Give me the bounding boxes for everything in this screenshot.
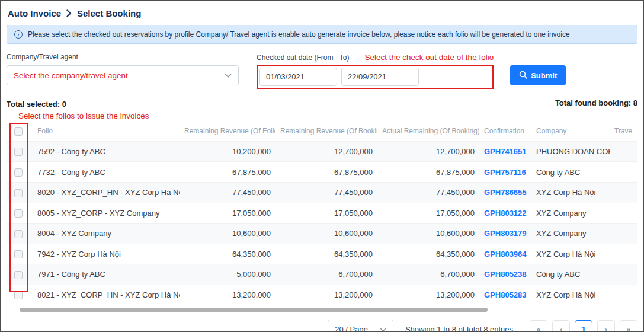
dates-annotation: Select the check out date of the folio bbox=[365, 53, 494, 62]
row-checkbox-cell bbox=[7, 182, 33, 203]
remaining-revenue-folio-cell: 5,000,000 bbox=[180, 264, 275, 285]
table-row[interactable]: 7732 - Công ty ABC 67,875,000 67,875,000… bbox=[7, 162, 637, 183]
table-footer: 20 / Page Showing 1 to 8 of total 8 entr… bbox=[7, 320, 637, 332]
confirmation-link[interactable]: GPH805283 bbox=[484, 290, 527, 299]
actual-remaining-booking-cell: 12,700,000 bbox=[377, 141, 479, 162]
actual-remaining-booking-cell: 17,050,000 bbox=[377, 203, 479, 224]
date-from-input[interactable] bbox=[259, 68, 337, 86]
row-checkbox[interactable] bbox=[14, 291, 23, 299]
summary-left: Total selected: 0 Select the folios to i… bbox=[7, 98, 149, 120]
table-row[interactable]: 7971 - Công ty ABC 5,000,000 6,700,000 6… bbox=[7, 264, 637, 285]
column-header-company: Company bbox=[531, 121, 610, 141]
row-checkbox[interactable] bbox=[14, 271, 23, 279]
horizontal-scrollbar-thumb[interactable] bbox=[20, 308, 488, 312]
info-banner: i Please select the checked out reservat… bbox=[7, 25, 637, 44]
company-cell: XYZ Corp Hà Nội bbox=[531, 182, 610, 203]
folio-cell: 8005 - XYZ_CORP - XYZ Company bbox=[33, 203, 180, 224]
select-all-checkbox[interactable] bbox=[14, 127, 23, 136]
dates-label-row: Checked out date (From - To) Select the … bbox=[257, 53, 494, 62]
prev-page-button[interactable]: ‹ bbox=[552, 320, 570, 332]
remaining-revenue-booking-cell: 77,450,000 bbox=[275, 182, 377, 203]
horizontal-scrollbar-track bbox=[20, 308, 636, 312]
table-row[interactable]: 8021 - XYZ_CORP_HN - XYZ Corp Hà Nội 13,… bbox=[7, 285, 637, 305]
info-banner-text: Please select the checked out reservatio… bbox=[28, 30, 570, 39]
confirmation-link[interactable]: GPH741651 bbox=[484, 147, 527, 156]
column-header-actual-remaining-booking: Actual Remaining (Of Booking) bbox=[377, 121, 479, 141]
actual-remaining-booking-cell: 10,600,000 bbox=[377, 224, 479, 244]
remaining-revenue-folio-cell: 10,200,000 bbox=[180, 141, 275, 162]
booking-table: Folio Remaining Revenue (Of Folio) Remai… bbox=[7, 121, 637, 305]
table-row[interactable]: 7942 - XYZ Corp Hà Nội 64,350,000 64,350… bbox=[7, 244, 637, 264]
current-page-button[interactable]: 1 bbox=[575, 320, 592, 332]
next-page-button[interactable]: › bbox=[597, 320, 615, 332]
confirmation-cell: GPH805283 bbox=[479, 285, 531, 305]
confirmation-link[interactable]: GPH803964 bbox=[484, 250, 527, 258]
breadcrumb: Auto Invoice Select Booking bbox=[7, 7, 637, 25]
date-to-input[interactable] bbox=[341, 68, 419, 86]
table-row[interactable]: 8020 - XYZ_CORP_HN - XYZ Corp Hà Nội 77,… bbox=[7, 182, 637, 203]
column-header-folio: Folio bbox=[33, 121, 180, 141]
column-header-confirmation: Confirmation bbox=[479, 121, 531, 141]
column-header-remaining-revenue-folio: Remaining Revenue (Of Folio) bbox=[180, 121, 275, 141]
actual-remaining-booking-cell: 77,450,000 bbox=[377, 182, 479, 203]
confirmation-link[interactable]: GPH805238 bbox=[484, 270, 527, 279]
row-checkbox[interactable] bbox=[14, 148, 23, 156]
row-checkbox[interactable] bbox=[14, 250, 23, 258]
company-cell: XYZ Corp Hà Nội bbox=[531, 244, 610, 264]
auto-invoice-page: Auto Invoice Select Booking i Please sel… bbox=[0, 0, 644, 332]
row-checkbox[interactable] bbox=[14, 209, 23, 218]
confirmation-cell: GPH803964 bbox=[479, 244, 531, 264]
remaining-revenue-booking-cell: 10,600,000 bbox=[275, 224, 377, 244]
travel-agent-cell bbox=[610, 244, 637, 264]
remaining-revenue-booking-cell: 64,350,000 bbox=[275, 244, 377, 264]
company-cell: XYZ Company bbox=[531, 203, 610, 224]
breadcrumb-chevron-icon bbox=[66, 9, 72, 17]
submit-button-label: Submit bbox=[531, 71, 557, 80]
company-cell: XYZ Corp Hà Nội bbox=[531, 285, 610, 305]
first-page-button[interactable]: « bbox=[530, 320, 547, 332]
booking-table-wrap: Folio Remaining Revenue (Of Folio) Remai… bbox=[7, 121, 637, 312]
travel-agent-cell bbox=[610, 182, 637, 203]
folio-cell: 7971 - Công ty ABC bbox=[33, 264, 180, 285]
table-row[interactable]: 8005 - XYZ_CORP - XYZ Company 17,050,000… bbox=[7, 203, 637, 224]
company-cell: PHUONG DOAN CORP bbox=[531, 141, 610, 162]
confirmation-cell: GPH741651 bbox=[479, 141, 531, 162]
travel-agent-cell bbox=[610, 285, 637, 305]
table-row[interactable]: 8004 - XYZ Company 10,600,000 10,600,000… bbox=[7, 224, 637, 244]
table-header-row: Folio Remaining Revenue (Of Folio) Remai… bbox=[7, 121, 637, 141]
table-row[interactable]: 7592 - Công ty ABC 10,200,000 12,700,000… bbox=[7, 141, 637, 162]
page-size-select[interactable]: 20 / Page bbox=[328, 320, 393, 332]
folio-cell: 7732 - Công ty ABC bbox=[33, 162, 180, 183]
confirmation-link[interactable]: GPH803179 bbox=[484, 229, 527, 238]
row-checkbox-cell bbox=[7, 141, 33, 162]
travel-agent-cell bbox=[610, 264, 637, 285]
dates-annotation-box bbox=[257, 65, 494, 89]
travel-agent-cell bbox=[610, 162, 637, 183]
folio-annotation: Select the folios to issue the invoices bbox=[18, 111, 149, 120]
row-checkbox[interactable] bbox=[14, 230, 23, 238]
row-checkbox-cell bbox=[7, 285, 33, 305]
row-checkbox-cell bbox=[7, 264, 33, 285]
submit-button[interactable]: Submit bbox=[510, 65, 566, 85]
row-checkbox-cell bbox=[7, 224, 33, 244]
company-cell: Công ty ABC bbox=[531, 264, 610, 285]
company-cell: Công ty ABC bbox=[531, 162, 610, 183]
actual-remaining-booking-cell: 6,700,000 bbox=[377, 264, 479, 285]
summary-row: Total selected: 0 Select the folios to i… bbox=[7, 98, 637, 120]
chevron-down-icon bbox=[225, 70, 232, 81]
total-found-label: Total found booking: 8 bbox=[555, 98, 637, 107]
remaining-revenue-folio-cell: 77,450,000 bbox=[180, 182, 275, 203]
row-checkbox[interactable] bbox=[14, 189, 23, 197]
remaining-revenue-folio-cell: 64,350,000 bbox=[180, 244, 275, 264]
confirmation-link[interactable]: GPH803122 bbox=[484, 209, 527, 218]
actual-remaining-booking-cell: 64,350,000 bbox=[377, 244, 479, 264]
search-icon bbox=[519, 71, 527, 81]
row-checkbox[interactable] bbox=[14, 168, 23, 177]
breadcrumb-section[interactable]: Auto Invoice bbox=[8, 8, 61, 18]
confirmation-link[interactable]: GPH786655 bbox=[484, 188, 527, 197]
confirmation-link[interactable]: GPH757116 bbox=[484, 168, 526, 177]
row-checkbox-cell bbox=[7, 244, 33, 264]
chevron-down-icon bbox=[380, 325, 386, 332]
company-select[interactable]: Select the company/travel agent bbox=[7, 65, 239, 85]
last-page-button[interactable]: » bbox=[620, 320, 637, 332]
